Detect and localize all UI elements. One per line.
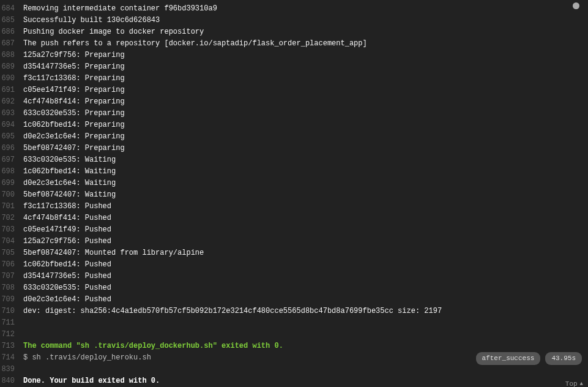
line-number[interactable]: 703 (0, 224, 23, 236)
line-number[interactable]: 684 (0, 3, 23, 15)
line-number[interactable]: 705 (0, 247, 23, 259)
line-number[interactable]: 707 (0, 271, 23, 282)
line-number[interactable]: 688 (0, 50, 23, 61)
log-line: 713The command "sh .travis/deploy_docker… (0, 340, 588, 352)
log-line: 7005bef08742407: Waiting (0, 189, 588, 201)
line-text: 633c0320e535: Waiting (23, 154, 588, 166)
line-number[interactable]: 712 (0, 329, 23, 340)
log-line: 6941c062bfbed14: Preparing (0, 119, 588, 131)
line-tags: after_success43.95s (476, 352, 582, 365)
caret-up-icon: ▲ (580, 378, 583, 387)
line-text: Removing intermediate container f96bd393… (23, 3, 588, 15)
log-line: 840Done. Your build exited with 0. (0, 375, 588, 387)
line-text: 5bef08742407: Mounted from library/alpin… (23, 247, 588, 259)
log-line: 709d0e2c3e1c6e4: Pushed (0, 294, 588, 306)
line-text: Pushing docker image to docker repositor… (23, 26, 588, 38)
log-line: 695d0e2c3e1c6e4: Preparing (0, 131, 588, 143)
line-text: 5bef08742407: Waiting (23, 189, 588, 201)
line-text: d354147736e5: Pushed (23, 271, 588, 282)
log-line: 7061c062bfbed14: Pushed (0, 259, 588, 271)
log-line: 6965bef08742407: Preparing (0, 143, 588, 154)
log-line: 703c05ee1471f49: Pushed (0, 224, 588, 236)
log-output: 684Removing intermediate container f96bd… (0, 0, 588, 387)
line-number[interactable]: 701 (0, 201, 23, 212)
log-line: 701f3c117c13368: Pushed (0, 201, 588, 212)
log-line: 684Removing intermediate container f96bd… (0, 3, 588, 15)
log-line: 693633c0320e535: Preparing (0, 108, 588, 119)
line-number[interactable]: 713 (0, 340, 23, 352)
line-number[interactable]: 687 (0, 38, 23, 50)
line-text: d0e2c3e1c6e4: Pushed (23, 294, 588, 306)
log-line: 697633c0320e535: Waiting (0, 154, 588, 166)
line-text: Done. Your build exited with 0. (23, 375, 588, 387)
log-line: 707d354147736e5: Pushed (0, 271, 588, 282)
log-line: 685Successfully built 130c6d626843 (0, 15, 588, 26)
line-text: 1c062bfbed14: Pushed (23, 259, 588, 271)
log-line: 714$ sh .travis/deploy_heroku.shafter_su… (0, 352, 588, 364)
line-number[interactable]: 686 (0, 26, 23, 38)
line-text: 4cf474b8f414: Pushed (23, 212, 588, 224)
log-line: 688125a27c9f756: Preparing (0, 50, 588, 61)
log-line: 7055bef08742407: Mounted from library/al… (0, 247, 588, 259)
line-text: 4cf474b8f414: Preparing (23, 96, 588, 108)
line-number[interactable]: 690 (0, 73, 23, 85)
line-number[interactable]: 702 (0, 212, 23, 224)
line-number[interactable]: 711 (0, 317, 23, 329)
line-text: c05ee1471f49: Preparing (23, 85, 588, 96)
log-line: 690f3c117c13368: Preparing (0, 73, 588, 85)
line-text: d0e2c3e1c6e4: Waiting (23, 178, 588, 189)
line-number[interactable]: 706 (0, 259, 23, 271)
line-number[interactable]: 700 (0, 189, 23, 201)
line-text: 1c062bfbed14: Preparing (23, 119, 588, 131)
log-line: 687The push refers to a repository [dock… (0, 38, 588, 50)
line-number[interactable]: 692 (0, 96, 23, 108)
line-number[interactable]: 708 (0, 282, 23, 294)
log-line: 711 (0, 317, 588, 329)
log-line: 689d354147736e5: Preparing (0, 61, 588, 73)
line-number[interactable]: 840 (0, 375, 23, 387)
log-line: 704125a27c9f756: Pushed (0, 236, 588, 247)
log-line: 712 (0, 329, 588, 340)
log-line: 7024cf474b8f414: Pushed (0, 212, 588, 224)
line-number[interactable]: 710 (0, 306, 23, 317)
line-number[interactable]: 689 (0, 61, 23, 73)
line-text: f3c117c13368: Pushed (23, 201, 588, 212)
line-text: 125a27c9f756: Preparing (23, 50, 588, 61)
line-text: 125a27c9f756: Pushed (23, 236, 588, 247)
line-number[interactable]: 685 (0, 15, 23, 26)
line-text: dev: digest: sha256:4c4a1edb570fb57cf5b0… (23, 306, 588, 317)
tag-badge: after_success (476, 352, 541, 365)
line-text: d0e2c3e1c6e4: Preparing (23, 131, 588, 143)
line-number[interactable]: 696 (0, 143, 23, 154)
line-number[interactable]: 839 (0, 364, 23, 375)
line-number[interactable]: 714 (0, 352, 23, 364)
scroll-top-link[interactable]: Top ▲ (565, 378, 583, 387)
line-text: 1c062bfbed14: Waiting (23, 166, 588, 178)
line-text: 5bef08742407: Preparing (23, 143, 588, 154)
log-line: 699d0e2c3e1c6e4: Waiting (0, 178, 588, 189)
log-line: 708633c0320e535: Pushed (0, 282, 588, 294)
line-text: d354147736e5: Preparing (23, 61, 588, 73)
line-text: The command "sh .travis/deploy_dockerhub… (23, 340, 588, 352)
top-link-label: Top (565, 378, 578, 387)
log-line: 710dev: digest: sha256:4c4a1edb570fb57cf… (0, 306, 588, 317)
line-number[interactable]: 695 (0, 131, 23, 143)
line-text: 633c0320e535: Pushed (23, 282, 588, 294)
line-text: f3c117c13368: Preparing (23, 73, 588, 85)
line-number[interactable]: 697 (0, 154, 23, 166)
log-line: 6924cf474b8f414: Preparing (0, 96, 588, 108)
line-number[interactable]: 693 (0, 108, 23, 119)
line-number[interactable]: 691 (0, 85, 23, 96)
line-number[interactable]: 704 (0, 236, 23, 247)
line-number[interactable]: 709 (0, 294, 23, 306)
log-line: 6981c062bfbed14: Waiting (0, 166, 588, 178)
log-line: 686Pushing docker image to docker reposi… (0, 26, 588, 38)
line-number[interactable]: 694 (0, 119, 23, 131)
line-text: Successfully built 130c6d626843 (23, 15, 588, 26)
line-number[interactable]: 699 (0, 178, 23, 189)
log-line: 839 (0, 364, 588, 375)
tag-badge: 43.95s (545, 352, 582, 365)
line-text: The push refers to a repository [docker.… (23, 38, 588, 50)
line-text: 633c0320e535: Preparing (23, 108, 588, 119)
line-number[interactable]: 698 (0, 166, 23, 178)
